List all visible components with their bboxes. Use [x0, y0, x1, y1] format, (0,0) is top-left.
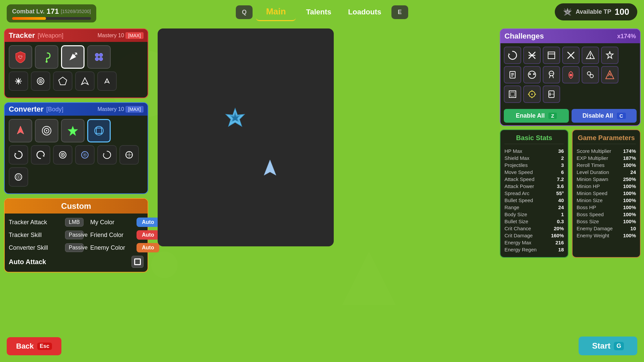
- stat-value-attack-speed: 7.2: [557, 176, 564, 182]
- svg-point-4: [46, 61, 48, 63]
- svg-point-12: [99, 57, 103, 61]
- conv-skill-3[interactable]: [53, 145, 72, 165]
- challenge-icon-3[interactable]: [543, 47, 560, 64]
- challenge-icon-12[interactable]: [601, 66, 619, 83]
- main-tab[interactable]: Main: [256, 3, 296, 21]
- challenge-icon-10[interactable]: [562, 66, 580, 83]
- tracker-icon-multishot[interactable]: [87, 45, 111, 69]
- tracker-skill-1[interactable]: [9, 71, 28, 91]
- tracker-skill-2[interactable]: [31, 71, 50, 91]
- my-color-auto-btn[interactable]: Auto: [137, 218, 159, 227]
- conv-skill-6[interactable]: [119, 145, 139, 165]
- talents-tab[interactable]: Talents: [299, 4, 338, 20]
- param-value-enemy-damage: 10: [630, 226, 636, 231]
- challenge-icon-11[interactable]: [582, 66, 599, 83]
- stat-label-projectiles: Projectiles: [504, 162, 528, 168]
- back-label: Back: [16, 342, 34, 351]
- svg-marker-28: [15, 153, 16, 155]
- svg-line-72: [608, 73, 610, 76]
- stat-label-energy-max: Energy Max: [504, 240, 531, 245]
- start-button[interactable]: Start G: [579, 337, 637, 355]
- challenge-icon-13[interactable]: [504, 85, 521, 103]
- auto-attack-row: Auto Attack: [9, 256, 144, 268]
- stat-row-range: Range 24: [504, 204, 564, 211]
- challenge-icon-6[interactable]: [601, 47, 619, 64]
- stat-value-body-size: 1: [561, 212, 564, 217]
- converter-icon-star[interactable]: [61, 119, 85, 142]
- challenge-icon-14[interactable]: [523, 85, 541, 103]
- converter-icon-target[interactable]: [35, 119, 58, 142]
- tracker-skill-4[interactable]: [75, 71, 95, 91]
- stat-value-projectiles: 3: [561, 162, 564, 168]
- challenges-title: Challenges: [504, 32, 544, 41]
- challenge-icon-8[interactable]: [523, 66, 541, 83]
- svg-marker-29: [43, 155, 44, 157]
- param-label-level-duration: Level Duration: [577, 169, 609, 175]
- param-row-level-duration: Level Duration 24: [577, 169, 636, 176]
- stat-label-energy-regen: Energy Regen: [504, 247, 537, 252]
- svg-point-11: [95, 57, 99, 61]
- converter-icon-frame[interactable]: [87, 119, 111, 142]
- conv-skill-2[interactable]: [31, 145, 50, 165]
- conv-skill-4[interactable]: [75, 145, 95, 165]
- param-row-enemy-damage: Enemy Damage 10: [577, 225, 636, 232]
- param-label-exp-mult: EXP Multiplier: [577, 155, 608, 161]
- svg-point-24: [46, 130, 47, 131]
- tracker-icon-hook[interactable]: [35, 45, 58, 69]
- e-key-button[interactable]: E: [391, 5, 408, 19]
- tracker-icon-shield[interactable]: 🛡: [9, 45, 32, 69]
- conv-skill-7[interactable]: [9, 167, 28, 187]
- challenge-icon-1[interactable]: [504, 47, 521, 64]
- esc-key-badge: Esc: [37, 343, 52, 350]
- param-value-score-mult: 174%: [623, 148, 636, 154]
- converter-header: Converter [Body] Mastery 10 [MAX]: [5, 103, 148, 116]
- stat-value-spread-arc: 55°: [556, 190, 564, 196]
- q-key-button[interactable]: Q: [236, 5, 253, 19]
- svg-point-70: [590, 74, 593, 78]
- enable-all-button[interactable]: Enable All Z: [504, 109, 569, 123]
- stat-label-bullet-size: Bullet Size: [504, 219, 528, 224]
- auto-attack-toggle[interactable]: [131, 256, 144, 268]
- svg-point-65: [533, 73, 535, 75]
- converter-skill-row: Converter Skill Passive Enemy Color Auto: [9, 243, 144, 252]
- stat-row-hp-max: HP Max 36: [504, 147, 564, 155]
- stat-row-attack-speed: Attack Speed 7.2: [504, 176, 564, 183]
- stat-label-hp-max: HP Max: [504, 148, 522, 154]
- tp-star-icon: [563, 7, 572, 17]
- stat-row-crit-chance: Crit Chance 20%: [504, 225, 564, 232]
- conv-skill-1[interactable]: [9, 145, 28, 165]
- svg-marker-74: [509, 91, 516, 98]
- challenges-multiplier: x174%: [617, 33, 636, 40]
- tracker-skill-3[interactable]: [53, 71, 72, 91]
- friend-color-auto-btn[interactable]: Auto: [137, 230, 159, 240]
- available-tp-value: 100: [615, 7, 629, 17]
- conv-skill-5[interactable]: [97, 145, 117, 165]
- tracker-icon-row-2: [9, 71, 144, 91]
- param-row-reroll: Reroll Times 100%: [577, 162, 636, 169]
- enemy-color-auto-btn[interactable]: Auto: [137, 243, 159, 252]
- custom-panel: Custom Tracker Attack LMB My Color Auto …: [4, 198, 148, 273]
- stat-row-spread-arc: Spread Arc 55°: [504, 190, 564, 197]
- converter-panel: Converter [Body] Mastery 10 [MAX]: [4, 102, 148, 194]
- challenge-icon-2[interactable]: [523, 47, 541, 64]
- converter-icon-falcon[interactable]: [9, 119, 32, 142]
- challenge-icon-7[interactable]: [504, 66, 521, 83]
- challenge-icon-15[interactable]: [543, 85, 560, 103]
- challenge-icon-5[interactable]: [582, 47, 599, 64]
- stat-value-range: 24: [558, 204, 564, 210]
- param-value-reroll: 100%: [623, 162, 636, 168]
- loadouts-tab[interactable]: Loadouts: [341, 4, 388, 20]
- challenge-icon-4[interactable]: [562, 47, 580, 64]
- challenge-icon-9[interactable]: [543, 66, 560, 83]
- svg-point-40: [15, 174, 22, 180]
- disable-all-button[interactable]: Disable All C: [572, 109, 637, 123]
- stat-row-body-size: Body Size 1: [504, 211, 564, 218]
- back-button[interactable]: Back Esc: [7, 337, 61, 355]
- friend-color-label: Friend Color: [90, 232, 134, 239]
- tracker-icon-arrow[interactable]: [61, 45, 85, 69]
- param-label-boss-speed: Boss Speed: [577, 212, 604, 217]
- param-label-minion-size: Minion Size: [577, 197, 603, 203]
- svg-point-69: [587, 72, 591, 75]
- tracker-skill-5[interactable]: [97, 71, 117, 91]
- param-label-minion-spawn: Minion Spawn: [577, 176, 608, 182]
